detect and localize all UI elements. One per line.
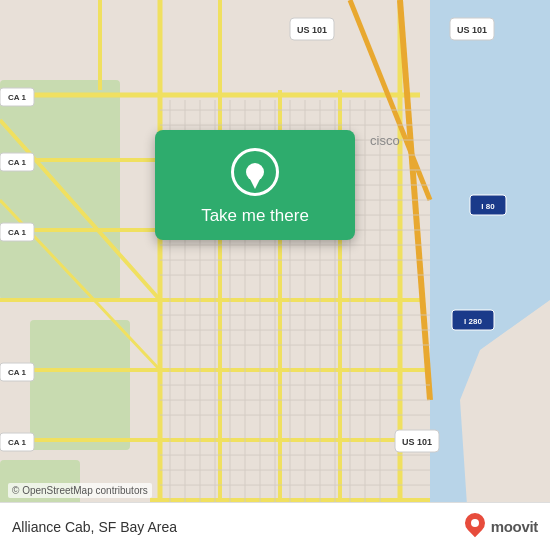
svg-text:I 80: I 80 [481,202,495,211]
take-me-there-button[interactable]: Take me there [201,206,309,226]
copyright-notice: © OpenStreetMap contributors [8,483,152,498]
map-background: US 101 US 101 CA 1 CA 1 CA 1 CA 1 CA 1 I… [0,0,550,550]
svg-text:I 280: I 280 [464,317,482,326]
svg-text:CA 1: CA 1 [8,93,26,102]
svg-text:CA 1: CA 1 [8,368,26,377]
svg-text:US 101: US 101 [402,437,432,447]
svg-rect-4 [30,320,130,450]
bottom-bar: Alliance Cab, SF Bay Area moovit [0,502,550,550]
take-me-there-card[interactable]: Take me there [155,130,355,240]
pin-icon [246,163,264,181]
location-icon [231,148,279,196]
moovit-brand-text: moovit [491,518,538,535]
svg-text:CA 1: CA 1 [8,438,26,447]
svg-text:cisco: cisco [370,133,400,148]
moovit-pin-icon [463,513,487,541]
app-title: Alliance Cab, SF Bay Area [12,519,177,535]
map-container: US 101 US 101 CA 1 CA 1 CA 1 CA 1 CA 1 I… [0,0,550,550]
svg-text:US 101: US 101 [457,25,487,35]
svg-text:CA 1: CA 1 [8,158,26,167]
svg-text:US 101: US 101 [297,25,327,35]
svg-text:CA 1: CA 1 [8,228,26,237]
moovit-logo: moovit [463,513,538,541]
